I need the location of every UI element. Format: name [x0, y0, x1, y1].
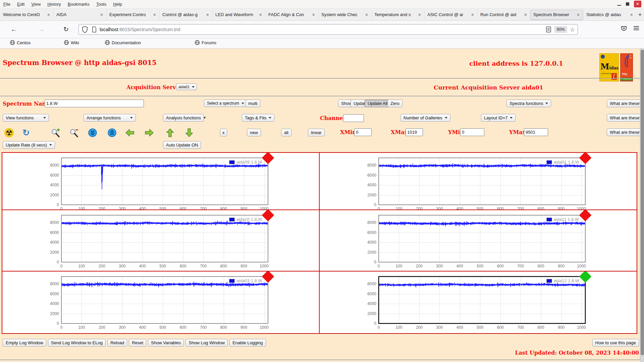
tab-close-icon[interactable]: ×	[153, 12, 156, 17]
tab-close-icon[interactable]: ×	[471, 12, 474, 17]
show-variables-button[interactable]: Show Variables	[148, 339, 184, 347]
plot-cell-aida03[interactable]: aida03 1.8.W	[2, 272, 320, 333]
tab-close-icon[interactable]: ×	[524, 12, 527, 17]
maximize-icon[interactable]	[626, 2, 629, 6]
reset-button[interactable]: Reset	[129, 339, 146, 347]
tab-statistics-aidas[interactable]: Statistics @ aidas×	[583, 10, 636, 20]
scroll-up-icon[interactable]	[107, 128, 117, 138]
tab-close-icon[interactable]: ×	[206, 12, 209, 17]
plot-cell-aida01[interactable]: aida01 1.8.W	[320, 153, 637, 210]
arrow-right-icon[interactable]	[144, 128, 154, 138]
x-button[interactable]: x	[220, 129, 227, 136]
new-tab-button[interactable]: +	[636, 11, 644, 18]
show-log-window-button[interactable]: Show Log Window	[185, 339, 228, 347]
view-functions-dropdown[interactable]: View functions	[3, 114, 49, 122]
what-are-these-button-2[interactable]: What are these?	[607, 114, 644, 122]
tab-close-icon[interactable]: ×	[47, 12, 50, 17]
bookmark-forums[interactable]: Forums	[195, 40, 216, 45]
spectra-functions-dropdown[interactable]: Spectra functions	[506, 100, 551, 107]
tab-aida[interactable]: AIDA×	[53, 10, 106, 20]
reader-mode-icon[interactable]	[546, 26, 552, 33]
arrange-functions-dropdown[interactable]: Arrange functions	[84, 114, 136, 122]
menu-tools[interactable]: Tools	[93, 1, 110, 8]
all-button[interactable]: all	[281, 129, 291, 136]
xmin-input[interactable]	[354, 128, 372, 136]
tab-asic-control-ai[interactable]: ASIC Control @ ai×	[424, 10, 477, 20]
shield-icon[interactable]	[82, 26, 88, 33]
arrow-up-icon[interactable]	[165, 128, 175, 138]
bookmark-documentation[interactable]: Documentation	[105, 40, 141, 45]
plot-cell-aida12[interactable]: aida12 1.8.W	[320, 272, 637, 333]
close-window-icon[interactable]: ✕	[634, 1, 641, 7]
scrollbar-thumb[interactable]	[641, 50, 644, 355]
reload-button[interactable]: Reload	[107, 339, 127, 347]
scroll-down-icon[interactable]	[88, 128, 98, 138]
arrow-left-icon[interactable]	[125, 128, 135, 138]
tcl-powered-logo[interactable]: TCL POWERED	[620, 53, 633, 81]
page-icon[interactable]	[92, 26, 97, 33]
zoom-out-icon[interactable]	[69, 128, 79, 138]
what-are-these-button-1[interactable]: What are these?	[607, 100, 644, 107]
tab-fadc-align-con[interactable]: FADC Align & Con×	[265, 10, 318, 20]
tab-close-icon[interactable]: ×	[365, 12, 368, 17]
back-button[interactable]: ←	[9, 25, 19, 34]
scrollbar[interactable]	[640, 49, 644, 362]
tab-close-icon[interactable]: ×	[312, 12, 315, 17]
hamburger-menu-icon[interactable]	[631, 25, 641, 34]
enable-logging-button[interactable]: Enable Logging	[229, 339, 266, 347]
new-button[interactable]: new	[247, 129, 261, 136]
update-rate-dropdown[interactable]: Update Rate (8 secs)	[3, 141, 55, 149]
update-all-button[interactable]: Update All	[365, 100, 390, 107]
radiation-icon[interactable]: ☢	[4, 128, 14, 138]
tab-temperature-and-s[interactable]: Temperature and s×	[371, 10, 424, 20]
how-to-use-button[interactable]: How to use this page	[592, 339, 639, 347]
tab-control-aidas-g[interactable]: Control @ aidas-g×	[159, 10, 212, 20]
zoom-in-icon[interactable]	[50, 128, 60, 138]
refresh-icon[interactable]: ↻	[21, 128, 31, 138]
channel-input[interactable]	[343, 114, 364, 122]
plot-cell-aida10[interactable]: aida10 1.8.W	[2, 210, 320, 272]
send-log-window-to-elog-button[interactable]: Send Log Window to ELog	[48, 339, 106, 347]
empty-log-window-button[interactable]: Empty Log Window	[3, 339, 46, 347]
zero-button[interactable]: Zero	[387, 100, 402, 107]
select-spectrum-dropdown[interactable]: Select a spectrum	[204, 100, 247, 107]
tab-close-icon[interactable]: ×	[577, 12, 580, 17]
analysis-functions-dropdown[interactable]: Analysis functions	[163, 114, 204, 122]
url-text[interactable]: localhost:8015/Spectrum/Spectrum.tml	[100, 27, 546, 32]
bookmark-star-icon[interactable]: ☆	[570, 26, 575, 33]
tab-led-and-waveform[interactable]: LED and Waveform×	[212, 10, 265, 20]
spectrum-name-input[interactable]	[45, 100, 144, 107]
forward-button[interactable]: →	[36, 25, 46, 34]
plot-cell-aida11[interactable]: aida11 1.8.W	[320, 210, 637, 272]
menu-bookmarks[interactable]: Bookmarks	[64, 1, 93, 8]
linear-button[interactable]: linear	[308, 129, 325, 136]
menu-view[interactable]: View	[28, 1, 44, 8]
tab-close-icon[interactable]: ×	[259, 12, 262, 17]
tags-fits-dropdown[interactable]: Tags & Fits	[242, 114, 274, 122]
tab-close-icon[interactable]: ×	[630, 12, 633, 17]
number-of-galleries-dropdown[interactable]: Number of Galleries	[400, 114, 450, 122]
arrow-down-icon[interactable]	[184, 128, 194, 138]
what-are-these-button-3[interactable]: What are these?	[607, 128, 644, 136]
tab-spectrum-browser[interactable]: Spectrum Browser×	[530, 10, 583, 20]
pocket-icon[interactable]	[619, 25, 629, 34]
reload-button[interactable]: ↻	[61, 25, 71, 34]
tab-close-icon[interactable]: ×	[418, 12, 421, 17]
tab-close-icon[interactable]: ×	[100, 12, 103, 17]
ymax-input[interactable]	[524, 128, 548, 136]
tab-welcome-to-cento[interactable]: Welcome to CentO×	[0, 10, 53, 20]
url-bar[interactable]: localhost:8015/Spectrum/Spectrum.tml 90%…	[78, 24, 578, 35]
tab-run-control-aid[interactable]: Run Control @ aid×	[477, 10, 530, 20]
bookmark-centos[interactable]: Centos	[10, 40, 31, 45]
auto-update-button[interactable]: Auto Update ON	[163, 141, 201, 149]
acquisition-server-select[interactable]: aida01	[176, 83, 197, 90]
zoom-level-badge[interactable]: 90%	[554, 26, 567, 33]
ymin-input[interactable]	[460, 128, 484, 136]
multi-button[interactable]: multi	[245, 100, 260, 107]
xmax-input[interactable]	[406, 128, 423, 136]
menu-edit[interactable]: Edit	[14, 1, 28, 8]
tab-experiment-contro[interactable]: Experiment Contro×	[106, 10, 159, 20]
menu-file[interactable]: File	[0, 1, 14, 8]
minimize-icon[interactable]	[617, 5, 621, 6]
bookmark-wiki[interactable]: Wiki	[64, 40, 79, 45]
